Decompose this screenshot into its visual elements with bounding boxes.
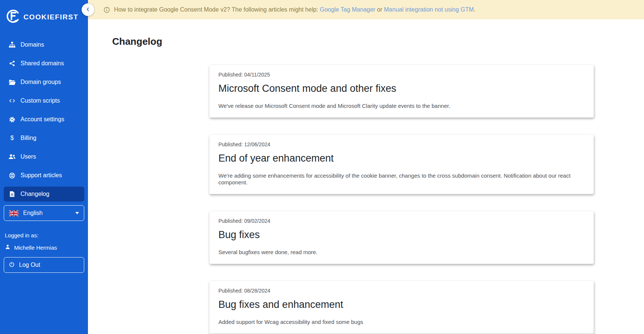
sidebar-item-label: Users: [20, 153, 36, 160]
published-label: Published:: [218, 288, 243, 294]
chevron-down-icon: [75, 212, 79, 214]
changelog-card: Published: 09/02/2024 Bug fixes Several …: [209, 211, 594, 264]
sidebar-item-custom-scripts[interactable]: Custom scripts: [4, 93, 84, 108]
page-title: Changelog: [112, 36, 644, 47]
share-icon: [9, 60, 16, 66]
app-root: COOKIEFIRST Doma: [0, 0, 644, 334]
entry-title: End of year enhancement: [218, 153, 585, 164]
notification-banner: How to integrate Google Consent Mode v2?…: [88, 0, 644, 19]
entry-body: We've release our Microsoft Consent mode…: [218, 103, 585, 109]
logout-label: Log Out: [19, 262, 40, 268]
file-icon: [9, 191, 16, 197]
uk-flag-icon: [9, 210, 19, 216]
sidebar-item-label: Changelog: [20, 191, 49, 197]
sidebar-item-domains[interactable]: Domains: [4, 37, 84, 52]
sidebar-item-label: Domain groups: [20, 79, 61, 85]
published-date: 08/28/2024: [244, 288, 270, 294]
sidebar: COOKIEFIRST Doma: [0, 0, 88, 334]
published-line: Published: 04/11/2025: [218, 72, 585, 78]
changelog-list: Published: 04/11/2025 Microsoft Consent …: [209, 65, 594, 334]
published-date: 04/11/2025: [244, 72, 270, 78]
code-icon: [9, 98, 16, 103]
changelog-card: Published: 12/06/2024 End of year enhanc…: [209, 135, 594, 194]
entry-body: Added support for Wcag accessibility and…: [218, 319, 585, 325]
chevron-left-icon: [85, 7, 91, 13]
published-line: Published: 09/02/2024: [218, 218, 585, 224]
sitemap-icon: [9, 42, 16, 48]
power-icon: [9, 262, 15, 269]
sidebar-item-label: Custom scripts: [20, 97, 60, 104]
cookiefirst-logo-icon: [5, 9, 21, 25]
sidebar-nav: Domains Shared domains: [4, 37, 84, 202]
language-selector[interactable]: English: [4, 205, 84, 221]
sidebar-item-label: Domains: [20, 41, 44, 48]
published-date: 12/06/2024: [244, 141, 270, 147]
changelog-card: Published: 04/11/2025 Microsoft Consent …: [209, 65, 594, 118]
folder-open-icon: [9, 79, 16, 85]
main-area: How to integrate Google Consent Mode v2?…: [88, 0, 644, 334]
sidebar-item-support-articles[interactable]: Support articles: [4, 168, 84, 183]
language-label: English: [23, 210, 42, 216]
sidebar-item-label: Billing: [20, 135, 37, 141]
published-label: Published:: [218, 72, 243, 78]
entry-title: Bug fixes and enhancement: [218, 299, 585, 310]
logo-text: COOKIEFIRST: [23, 13, 78, 21]
changelog-card: Published: 08/28/2024 Bug fixes and enha…: [209, 281, 594, 334]
sidebar-item-label: Support articles: [20, 172, 62, 179]
cookiefirst-logo[interactable]: COOKIEFIRST: [4, 0, 84, 28]
logged-in-as-label: Logged in as:: [5, 232, 83, 238]
logout-button[interactable]: Log Out: [4, 257, 84, 273]
published-line: Published: 08/28/2024: [218, 288, 585, 294]
published-label: Published:: [218, 218, 243, 224]
life-ring-icon: [9, 172, 16, 179]
banner-link-google-tag-manager[interactable]: Google Tag Manager: [320, 6, 375, 13]
published-label: Published:: [218, 141, 243, 147]
gear-icon: [9, 116, 16, 123]
published-line: Published: 12/06/2024: [218, 141, 585, 147]
entry-body: We're adding some enhancements for acces…: [218, 172, 585, 186]
sidebar-item-account-settings[interactable]: Account settings: [4, 112, 84, 127]
content: Changelog Published: 04/11/2025 Microsof…: [88, 19, 644, 334]
sidebar-item-label: Shared domains: [20, 60, 64, 67]
sidebar-item-domain-groups[interactable]: Domain groups: [4, 75, 84, 90]
banner-separator: or: [375, 6, 384, 13]
entry-title: Bug fixes: [218, 229, 585, 241]
sidebar-item-label: Account settings: [20, 116, 64, 123]
published-date: 09/02/2024: [244, 218, 270, 224]
user-icon: [5, 244, 10, 251]
banner-link-manual-integration[interactable]: Manual integration not using GTM: [384, 6, 474, 13]
users-icon: [9, 154, 16, 159]
info-icon: [104, 7, 110, 13]
sidebar-item-shared-domains[interactable]: Shared domains: [4, 56, 84, 71]
sidebar-item-users[interactable]: Users: [4, 149, 84, 164]
sidebar-collapse-button[interactable]: [82, 3, 94, 16]
user-name: Michelle Hermias: [14, 244, 57, 251]
dollar-icon: $: [9, 135, 16, 141]
banner-message: How to integrate Google Consent Mode v2?…: [114, 6, 320, 13]
sidebar-item-changelog[interactable]: Changelog: [4, 187, 84, 202]
sidebar-item-billing[interactable]: $ Billing: [4, 131, 84, 146]
banner-text: How to integrate Google Consent Mode v2?…: [114, 6, 476, 13]
banner-period: .: [474, 6, 475, 13]
logged-in-user: Michelle Hermias: [5, 244, 83, 251]
entry-title: Microsoft Consent mode and other fixes: [218, 83, 585, 94]
entry-body: Several bugfixes were done, read more.: [218, 249, 585, 256]
